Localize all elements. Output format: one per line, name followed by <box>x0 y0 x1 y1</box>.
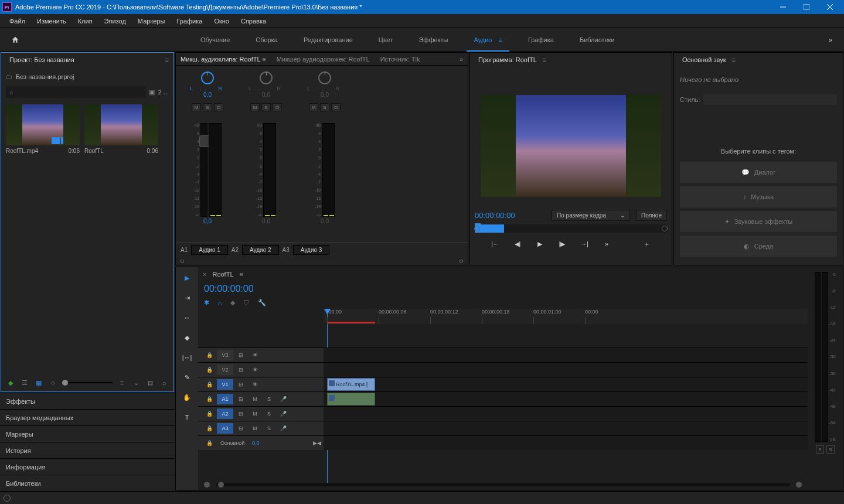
ws-effects[interactable]: Эффекты <box>406 28 461 52</box>
pan-dial[interactable] <box>201 71 214 84</box>
toggle-output-icon[interactable]: 👁 <box>249 350 261 360</box>
voice-over-icon[interactable]: 🎤 <box>277 394 290 404</box>
voice-over-icon[interactable]: 🎤 <box>277 423 290 434</box>
channel-o-button[interactable]: O <box>273 103 282 111</box>
collapse-icon[interactable]: ▶◀ <box>311 438 324 448</box>
master-gain[interactable]: 0,0 <box>249 438 262 448</box>
menu-markers[interactable]: Маркеры <box>132 14 171 28</box>
toggle-output-icon[interactable]: 👁 <box>249 365 261 375</box>
mixer-tab-source[interactable]: Источник: Tlk <box>380 56 420 63</box>
mixer-overflow-icon[interactable]: » <box>460 56 463 63</box>
voice-over-icon[interactable]: 🎤 <box>277 408 290 419</box>
scroll-dot[interactable] <box>181 260 184 263</box>
project-clip[interactable]: RoofTL0:06 <box>84 104 158 154</box>
libraries-panel-tab[interactable]: Библиотеки <box>0 475 175 491</box>
maximize-button[interactable] <box>795 0 818 14</box>
history-panel-tab[interactable]: История <box>0 442 175 458</box>
channel-o-button[interactable]: O <box>331 103 341 111</box>
es-tag-dialogue[interactable]: 💬Диалог <box>680 162 837 183</box>
channel-s-button[interactable]: S <box>261 103 271 111</box>
shield-icon[interactable]: ⛉ <box>243 299 250 307</box>
slip-tool-icon[interactable]: |↔| <box>181 352 193 363</box>
es-tag-music[interactable]: ♪Музыка <box>680 186 837 207</box>
gain-value[interactable]: 0,0 <box>203 218 212 224</box>
zoom-slider[interactable] <box>62 382 113 383</box>
gain-value[interactable]: 0,0 <box>321 218 329 224</box>
freeform-view-icon[interactable]: ○ <box>48 378 57 387</box>
automate-icon[interactable]: ⊟ <box>145 378 155 387</box>
bin-icon[interactable]: 🗀 <box>6 73 12 80</box>
ws-assembly[interactable]: Сборка <box>243 28 291 52</box>
timeline-timecode[interactable]: 00:00:00:00 <box>198 281 808 297</box>
write-lock-icon[interactable]: ◆ <box>6 378 15 387</box>
pan-dial[interactable] <box>260 71 273 84</box>
channel-m-button[interactable]: M <box>309 103 318 111</box>
mixer-tab-track[interactable]: Микшер аудиодорожек: RoofTL <box>277 56 370 63</box>
new-bin-icon[interactable]: ▣ <box>149 88 155 96</box>
lock-icon[interactable]: 🔒 <box>203 438 216 448</box>
lock-icon[interactable]: 🔒 <box>203 379 216 390</box>
lock-icon[interactable]: 🔒 <box>203 365 216 375</box>
fit-dropdown[interactable]: По размеру кадра⌄ <box>552 210 630 221</box>
channel-m-button[interactable]: M <box>250 103 260 111</box>
step-forward-icon[interactable]: |▶ <box>557 239 567 249</box>
timeline-ruler[interactable]: :00:0000:00:00:0600:00:00:1200:00:00:180… <box>324 309 808 324</box>
settings-icon[interactable]: 🔧 <box>258 299 266 307</box>
menu-file[interactable]: Файл <box>4 14 31 28</box>
audio-clip[interactable] <box>327 393 375 406</box>
sync-lock-icon[interactable]: ⊟ <box>234 423 247 434</box>
track-label[interactable]: A3 <box>217 423 233 434</box>
solo-button[interactable]: S <box>263 408 275 419</box>
razor-tool-icon[interactable]: ◆ <box>181 332 193 343</box>
list-view-icon[interactable]: ☰ <box>20 378 29 387</box>
ws-overflow-icon[interactable]: » <box>817 36 844 43</box>
marker-icon[interactable]: ◆ <box>230 299 235 307</box>
solo-button[interactable]: S <box>263 394 275 404</box>
lock-icon[interactable]: 🔒 <box>203 423 216 434</box>
channel-s-button[interactable]: S <box>203 103 212 111</box>
find-icon[interactable]: ⌕ <box>159 378 169 387</box>
lock-icon[interactable]: 🔒 <box>203 394 216 404</box>
menu-graphics[interactable]: Графика <box>171 14 208 28</box>
step-back-icon[interactable]: ◀| <box>512 239 523 249</box>
snap-icon[interactable]: ✱ <box>204 299 209 307</box>
video-clip[interactable]: RoofTL.mp4 [ <box>327 378 375 391</box>
timeline-hscroll[interactable] <box>216 483 790 486</box>
mixer-tab-clip[interactable]: Микш. аудиоклипа: RoofTL ≡ <box>181 56 266 63</box>
close-button[interactable] <box>818 0 842 14</box>
minimize-button[interactable] <box>771 0 795 14</box>
info-panel-tab[interactable]: Информация <box>0 458 175 475</box>
hand-tool-icon[interactable]: ✋ <box>181 391 193 403</box>
toggle-output-icon[interactable]: 👁 <box>249 379 261 390</box>
project-clip[interactable]: RoofTL.mp40:06 <box>6 104 80 154</box>
essential-sound-menu-icon[interactable]: ≡ <box>731 56 735 63</box>
pan-value[interactable]: 0,0 <box>321 91 329 100</box>
project-panel-title[interactable]: Проект: Без названия <box>6 53 78 67</box>
pan-value[interactable]: 0,0 <box>262 91 270 100</box>
program-viewport[interactable] <box>481 95 661 197</box>
track-label[interactable]: A2 <box>217 408 233 419</box>
program-timecode[interactable]: 00:00:00:00 <box>475 211 515 220</box>
mark-out-icon[interactable]: →| <box>579 239 590 249</box>
pen-tool-icon[interactable]: ✎ <box>181 372 193 383</box>
add-button-icon[interactable]: ＋ <box>641 239 652 249</box>
project-panel-menu-icon[interactable]: ≡ <box>165 56 169 63</box>
transport-overflow-icon[interactable]: » <box>601 239 612 249</box>
track-select-tool-icon[interactable]: ⇥ <box>181 292 193 304</box>
sync-lock-icon[interactable]: ⊟ <box>234 394 247 404</box>
selection-tool-icon[interactable]: ▶ <box>181 272 193 284</box>
menu-sequence[interactable]: Эпизод <box>98 14 132 28</box>
icon-view-icon[interactable]: ▦ <box>34 378 43 387</box>
sync-lock-icon[interactable]: ⊟ <box>234 350 247 360</box>
gain-value[interactable]: 0,0 <box>262 218 270 224</box>
channel-m-button[interactable]: M <box>192 103 201 111</box>
sync-lock-icon[interactable]: ⊟ <box>234 365 247 375</box>
master-solo-r[interactable]: S <box>826 445 835 454</box>
ws-audio[interactable]: Аудио ≡ <box>461 28 515 52</box>
effects-panel-tab[interactable]: Эффекты <box>0 393 175 409</box>
lock-icon[interactable]: 🔒 <box>203 350 216 360</box>
ripple-edit-tool-icon[interactable]: ↔ <box>181 312 193 323</box>
channel-name-dropdown[interactable]: Аудио 2 <box>242 245 279 255</box>
es-tag-sfx[interactable]: ✦Звуковые эффекты <box>680 211 837 232</box>
sync-lock-icon[interactable]: ⊟ <box>234 379 247 390</box>
